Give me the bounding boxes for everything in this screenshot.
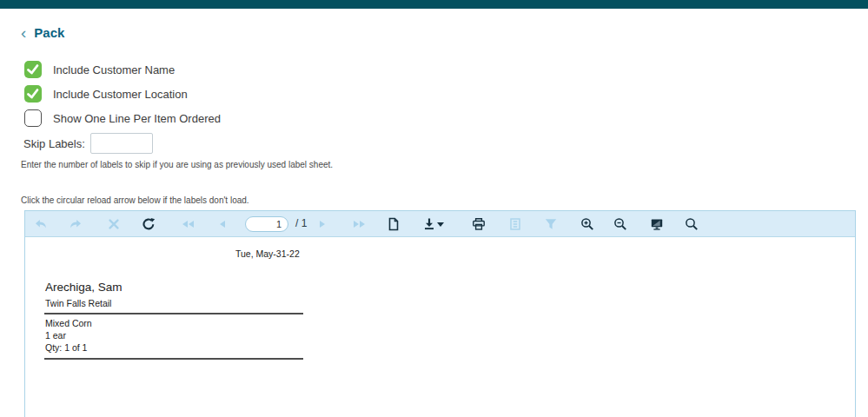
pdf-toolbar: / 1 [25,211,855,237]
reload-icon[interactable] [142,217,156,231]
checkbox-checked-icon[interactable] [24,85,42,103]
fit-to-screen-icon[interactable] [650,217,664,231]
divider-line [44,313,303,314]
zoom-in-icon[interactable] [580,217,594,231]
previous-page-icon [215,217,229,231]
page-number-input[interactable] [245,216,288,232]
search-icon[interactable] [685,217,699,231]
first-page-icon [181,217,195,231]
item-qty: Qty: 1 of 1 [45,342,87,353]
option-label: Show One Line Per Item Ordered [53,112,221,125]
filter-icon [544,217,558,231]
close-icon [107,217,121,231]
checkbox-checked-icon[interactable] [24,61,42,78]
option-label: Include Customer Name [53,63,175,76]
print-icon[interactable] [472,217,486,231]
undo-icon [34,217,48,231]
divider-line [44,358,303,360]
page-title: Pack [34,25,64,40]
back-link[interactable]: ‹ Pack [21,24,64,41]
page-count-label: / 1 [295,217,307,229]
item-unit: 1 ear [45,330,66,341]
save-icon [508,217,522,231]
option-include-customer-name[interactable]: Include Customer Name [24,61,175,78]
back-chevron-icon: ‹ [21,24,26,41]
reload-hint-text: Click the circular reload arrow below if… [21,195,249,205]
skip-labels-label: Skip Labels: [23,137,85,150]
customer-location: Twin Falls Retail [45,298,111,308]
skip-labels-input[interactable] [90,133,153,154]
redo-icon [69,217,83,231]
checkbox-unchecked-icon[interactable] [24,109,42,127]
option-include-customer-location[interactable]: Include Customer Location [24,85,188,103]
pdf-page: Tue, May-31-22 Arechiga, Sam Twin Falls … [25,237,855,417]
customer-name: Arechiga, Sam [45,281,123,294]
label-date: Tue, May-31-22 [235,248,300,259]
zoom-out-icon[interactable] [613,217,627,231]
next-page-icon [315,217,329,231]
option-show-one-line-per-item[interactable]: Show One Line Per Item Ordered [24,109,221,127]
last-page-icon [352,217,366,231]
download-icon[interactable] [422,217,436,231]
pdf-viewer: / 1 [24,210,856,417]
single-page-icon[interactable] [387,217,401,231]
top-accent-bar [0,0,868,9]
download-options-caret-icon[interactable] [437,222,444,230]
skip-labels-help-text: Enter the number of labels to skip if yo… [21,160,333,169]
item-name: Mixed Corn [45,318,92,328]
option-label: Include Customer Location [53,88,188,101]
